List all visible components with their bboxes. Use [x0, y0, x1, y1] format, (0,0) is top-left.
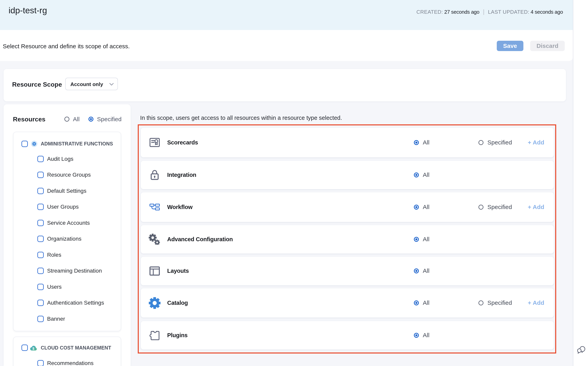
svg-text:$: $ [32, 347, 34, 351]
